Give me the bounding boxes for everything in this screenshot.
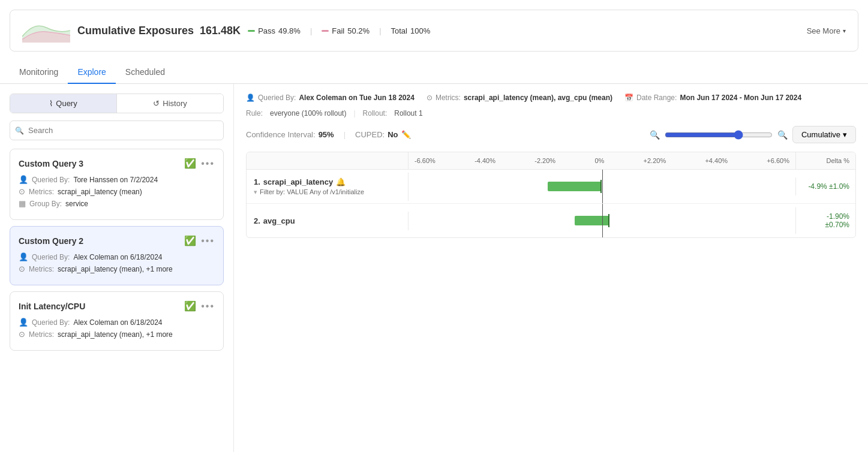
cuped-control: CUPED: No ✏️ [355, 130, 410, 139]
query-icon: ⌇ [49, 99, 53, 108]
axis-label-5: +4.40% [705, 157, 728, 164]
zero-line-2 [602, 204, 603, 237]
tab-explore[interactable]: Explore [68, 61, 115, 84]
cumulative-button[interactable]: Cumulative ▾ [792, 126, 856, 143]
exposures-value: 161.48K [200, 25, 241, 37]
top-bar-left: Cumulative Exposures 161.48K Pass 49.8% … [22, 19, 430, 43]
card3-queried-by: 👤 Queried By: Alex Coleman on 6/18/2024 [19, 318, 215, 327]
history-button[interactable]: ↺ History [117, 94, 223, 113]
chevron-down-icon-2: ▾ [843, 130, 847, 139]
mini-chart [22, 19, 70, 43]
controls-bar: Confidence Interval: 95% | CUPED: No ✏️ … [246, 126, 856, 143]
card2-queried-by: 👤 Queried By: Alex Coleman on 6/18/2024 [19, 252, 215, 261]
card1-actions: ✅ ••• [184, 158, 215, 169]
delta-1: -4.9% ±1.0% [795, 177, 855, 195]
card2-actions: ✅ ••• [184, 235, 215, 246]
tabs: Monitoring Explore Scheduled [0, 61, 868, 84]
card1-title: Custom Query 3 [19, 159, 83, 168]
more-options-icon[interactable]: ••• [201, 158, 215, 169]
more-options-icon-3[interactable]: ••• [201, 301, 215, 312]
fail-label: Fail [332, 26, 344, 35]
query-card-3[interactable]: Init Latency/CPU ✅ ••• 👤 Queried By: Ale… [10, 291, 224, 351]
query-button[interactable]: ⌇ Query [10, 94, 117, 113]
delta-col-header: Delta % [795, 152, 855, 169]
rule-label: Rule: [246, 109, 263, 117]
metric-name-1: 1. scrapi_api_latency 🔔 [254, 177, 401, 186]
group-icon: ▦ [19, 199, 26, 208]
history-label: History [163, 99, 187, 108]
query-card-1[interactable]: Custom Query 3 ✅ ••• 👤 Queried By: Tore … [10, 149, 224, 220]
chart-row-2: 2. avg_cpu -1.90% ±0.70% [247, 204, 855, 237]
bar-2-tick [608, 214, 609, 227]
chart-row-2-bar [409, 204, 795, 237]
edit-icon[interactable]: ✏️ [401, 130, 411, 139]
row-index-2: 2. [254, 216, 260, 225]
card1-queried-by: 👤 Queried By: Tore Hanssen on 7/2/2024 [19, 175, 215, 184]
rule-value: everyone (100% rollout) [270, 109, 346, 117]
chart-row-1-label: 1. scrapi_api_latency 🔔 ▾ Filter by: VAL… [247, 173, 409, 201]
search-box: 🔍 [10, 120, 224, 140]
meta-queried-by: 👤 Queried By: Alex Coleman on Tue Jun 18… [246, 94, 415, 102]
confidence-interval: Confidence Interval: 95% [246, 130, 334, 139]
user-icon: 👤 [19, 175, 28, 184]
top-bar: Cumulative Exposures 161.48K Pass 49.8% … [10, 10, 858, 52]
sidebar: ⌇ Query ↺ History 🔍 Custom Query 3 ✅ ••• [0, 84, 234, 452]
main-content: ⌇ Query ↺ History 🔍 Custom Query 3 ✅ ••• [0, 84, 868, 452]
axis-label-3: 0% [594, 157, 604, 164]
card1-metrics: ⊙ Metrics: scrapi_api_latency (mean) [19, 187, 215, 196]
chart-label-col-header [247, 152, 409, 169]
card3-metrics: ⊙ Metrics: scrapi_api_latency (mean), +1… [19, 330, 215, 339]
axis-label-0: -6.60% [415, 157, 435, 164]
zero-line-1 [602, 170, 603, 203]
calendar-icon: 📅 [624, 94, 633, 102]
metric-name-2: 2. avg_cpu [254, 216, 401, 225]
search-input[interactable] [10, 120, 224, 140]
chart-row-2-label: 2. avg_cpu [247, 212, 409, 230]
more-options-icon-2[interactable]: ••• [201, 236, 215, 246]
card1-header: Custom Query 3 ✅ ••• [19, 158, 215, 169]
zoom-slider[interactable] [665, 130, 773, 140]
card3-header: Init Latency/CPU ✅ ••• [19, 300, 215, 312]
chart-row-1: 1. scrapi_api_latency 🔔 ▾ Filter by: VAL… [247, 170, 855, 204]
see-more-button[interactable]: See More ▾ [807, 26, 846, 35]
tab-monitoring[interactable]: Monitoring [10, 61, 68, 84]
metrics-meta-icon: ⊙ [427, 94, 433, 102]
total-legend: Total 100% [391, 26, 431, 35]
page-title: Cumulative Exposures [77, 25, 194, 37]
chart-axis-labels: -6.60% -4.40% -2.20% 0% +2.20% +4.40% +6… [409, 152, 795, 169]
check-icon: ✅ [184, 158, 196, 169]
total-label: Total [391, 26, 407, 35]
confidence-value: 95% [319, 130, 334, 139]
user-icon-3: 👤 [19, 318, 28, 327]
zoom-out-icon[interactable]: 🔍 [650, 130, 660, 140]
pass-value: 49.8% [278, 26, 301, 35]
total-value: 100% [410, 26, 430, 35]
tab-scheduled[interactable]: Scheduled [116, 61, 175, 84]
card1-group: ▦ Group By: service [19, 199, 215, 208]
delta-2: -1.90% ±0.70% [795, 207, 855, 234]
card2-metrics: ⊙ Metrics: scrapi_api_latency (mean), +1… [19, 264, 215, 273]
chart: -6.60% -4.40% -2.20% 0% +2.20% +4.40% +6… [246, 152, 856, 238]
metric-label-2: avg_cpu [263, 216, 295, 225]
chart-header: -6.60% -4.40% -2.20% 0% +2.20% +4.40% +6… [247, 152, 855, 170]
meta-metrics: ⊙ Metrics: scrapi_api_latency (mean), av… [427, 94, 612, 102]
controls-left: Confidence Interval: 95% | CUPED: No ✏️ [246, 130, 411, 139]
meta-bar: 👤 Queried By: Alex Coleman on Tue Jun 18… [246, 94, 856, 102]
sidebar-toggle: ⌇ Query ↺ History [10, 94, 224, 113]
query-label: Query [56, 99, 77, 108]
card2-header: Custom Query 2 ✅ ••• [19, 235, 215, 246]
bar-2 [575, 216, 609, 225]
meta-date-range: 📅 Date Range: Mon Jun 17 2024 - Mon Jun … [624, 94, 801, 102]
axis-label-6: +6.60% [767, 157, 789, 164]
query-card-2[interactable]: Custom Query 2 ✅ ••• 👤 Queried By: Alex … [10, 226, 224, 285]
row-index-1: 1. [254, 177, 260, 186]
zoom-in-icon[interactable]: 🔍 [777, 130, 788, 140]
card3-title: Init Latency/CPU [19, 302, 85, 311]
metric-label-1: scrapi_api_latency [263, 177, 333, 186]
metrics-icon-2: ⊙ [19, 264, 25, 273]
metrics-icon: ⊙ [19, 187, 25, 196]
axis-label-4: +2.20% [644, 157, 666, 164]
check-icon-3: ✅ [184, 300, 196, 312]
user-icon-2: 👤 [19, 252, 28, 261]
bell-icon: 🔔 [336, 177, 346, 186]
